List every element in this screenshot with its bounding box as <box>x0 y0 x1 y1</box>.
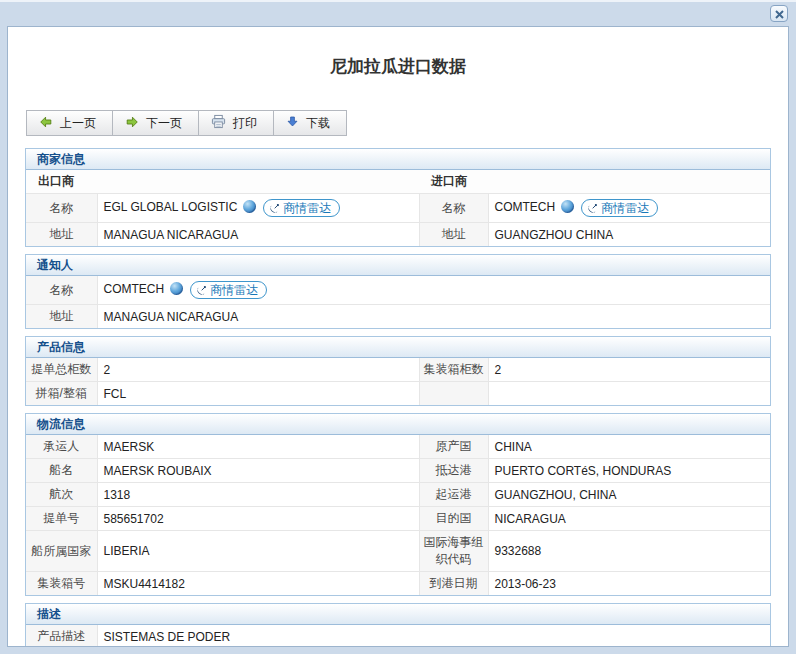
close-icon <box>775 5 784 23</box>
description-table: 产品描述 SISTEMAS DE PODER <box>26 625 770 647</box>
field-label: 提单总柜数 <box>26 358 97 382</box>
field-label: 国际海事组织代码 <box>419 531 488 572</box>
field-label: 地址 <box>26 223 97 247</box>
field-label: 名称 <box>419 194 488 223</box>
importer-name: COMTECH <box>495 200 556 214</box>
field-label: 集装箱号 <box>26 572 97 596</box>
field-value: MSKU4414182 <box>97 572 419 596</box>
section-logistics: 物流信息 承运人 MAERSK 原产国 CHINA 船名 MAERSK ROUB… <box>25 413 771 596</box>
radar-badge-link[interactable]: 商情雷达 <box>581 199 658 217</box>
section-description: 描述 产品描述 SISTEMAS DE PODER <box>25 603 771 647</box>
prev-page-label: 上一页 <box>60 115 96 132</box>
section-merchant-title: 商家信息 <box>26 149 770 170</box>
importer-header: 进口商 <box>419 170 770 194</box>
exporter-name: EGL GLOBAL LOGISTIC <box>104 200 238 214</box>
download-button[interactable]: 下载 <box>273 110 347 136</box>
importer-address: GUANGZHOU CHINA <box>488 223 770 247</box>
radar-badge-label: 商情雷达 <box>210 282 258 299</box>
dialog-panel: 尼加拉瓜进口数据 上一页 下一页 打印 <box>7 26 789 647</box>
field-label: 起运港 <box>419 483 488 507</box>
section-product-title: 产品信息 <box>26 337 770 358</box>
next-page-button[interactable]: 下一页 <box>112 110 199 136</box>
field-label: 承运人 <box>26 435 97 459</box>
product-description-value: SISTEMAS DE PODER <box>97 625 770 647</box>
field-label: 地址 <box>26 305 97 329</box>
globe-icon[interactable] <box>561 200 574 213</box>
radar-badge-label: 商情雷达 <box>283 200 331 217</box>
prev-page-button[interactable]: 上一页 <box>26 110 113 136</box>
print-button[interactable]: 打印 <box>198 110 274 136</box>
close-button[interactable] <box>770 5 788 22</box>
section-notify: 通知人 名称 COMTECH商情雷达 地址 MANAGUA NICARAGUA <box>25 254 771 329</box>
field-value: CHINA <box>488 435 770 459</box>
field-value: 9332688 <box>488 531 770 572</box>
field-label: 原产国 <box>419 435 488 459</box>
section-merchant: 商家信息 出口商 进口商 名称 EGL GLOBAL LOGISTIC商情雷达 … <box>25 148 771 247</box>
satellite-dish-icon <box>196 285 207 296</box>
next-page-label: 下一页 <box>146 115 182 132</box>
field-value: 2 <box>488 358 770 382</box>
section-logistics-title: 物流信息 <box>26 414 770 435</box>
notify-name-cell: COMTECH商情雷达 <box>97 276 770 305</box>
field-label: 产品描述 <box>26 625 97 647</box>
notify-table: 名称 COMTECH商情雷达 地址 MANAGUA NICARAGUA <box>26 276 770 328</box>
logistics-table: 承运人 MAERSK 原产国 CHINA 船名 MAERSK ROUBAIX 抵… <box>26 435 770 595</box>
field-value: FCL <box>97 382 419 406</box>
field-value: PUERTO CORTéS, HONDURAS <box>488 459 770 483</box>
field-label <box>419 382 488 406</box>
arrow-left-icon <box>39 115 53 132</box>
field-value: LIBERIA <box>97 531 419 572</box>
section-description-title: 描述 <box>26 604 770 625</box>
page-title: 尼加拉瓜进口数据 <box>8 57 788 77</box>
field-value: 2 <box>97 358 419 382</box>
field-value <box>488 382 770 406</box>
field-value: 1318 <box>97 483 419 507</box>
toolbar: 上一页 下一页 打印 下载 <box>26 110 347 136</box>
section-product: 产品信息 提单总柜数 2 集装箱柜数 2 拼箱/整箱 FCL <box>25 336 771 406</box>
exporter-header: 出口商 <box>26 170 419 194</box>
notify-name: COMTECH <box>104 282 165 296</box>
field-value: GUANGZHOU, CHINA <box>488 483 770 507</box>
field-value: 2013-06-23 <box>488 572 770 596</box>
field-label: 抵达港 <box>419 459 488 483</box>
field-value: MAERSK ROUBAIX <box>97 459 419 483</box>
print-label: 打印 <box>233 115 257 132</box>
field-label: 航次 <box>26 483 97 507</box>
satellite-dish-icon <box>269 203 280 214</box>
radar-badge-label: 商情雷达 <box>601 200 649 217</box>
globe-icon[interactable] <box>243 200 256 213</box>
field-label: 名称 <box>26 276 97 305</box>
importer-name-cell: COMTECH商情雷达 <box>488 194 770 223</box>
merchant-table: 出口商 进口商 名称 EGL GLOBAL LOGISTIC商情雷达 名称 CO… <box>26 170 770 246</box>
printer-icon <box>211 114 226 132</box>
download-label: 下载 <box>306 115 330 132</box>
section-notify-title: 通知人 <box>26 255 770 276</box>
globe-icon[interactable] <box>170 282 183 295</box>
arrow-down-icon <box>286 115 299 131</box>
satellite-dish-icon <box>587 203 598 214</box>
field-label: 集装箱柜数 <box>419 358 488 382</box>
product-table: 提单总柜数 2 集装箱柜数 2 拼箱/整箱 FCL <box>26 358 770 405</box>
field-label: 地址 <box>419 223 488 247</box>
radar-badge-link[interactable]: 商情雷达 <box>263 199 340 217</box>
field-label: 船名 <box>26 459 97 483</box>
radar-badge-link[interactable]: 商情雷达 <box>190 281 267 299</box>
window-chrome-highlight <box>0 0 796 2</box>
field-value: MAERSK <box>97 435 419 459</box>
field-label: 拼箱/整箱 <box>26 382 97 406</box>
field-value: NICARAGUA <box>488 507 770 531</box>
exporter-address: MANAGUA NICARAGUA <box>97 223 419 247</box>
arrow-right-icon <box>125 115 139 132</box>
field-label: 船所属国家 <box>26 531 97 572</box>
field-label: 到港日期 <box>419 572 488 596</box>
field-label: 提单号 <box>26 507 97 531</box>
field-value: 585651702 <box>97 507 419 531</box>
page: { "title": "尼加拉瓜进口数据", "toolbar": { "pre… <box>0 0 796 654</box>
exporter-name-cell: EGL GLOBAL LOGISTIC商情雷达 <box>97 194 419 223</box>
notify-address: MANAGUA NICARAGUA <box>97 305 770 329</box>
field-label: 目的国 <box>419 507 488 531</box>
field-label: 名称 <box>26 194 97 223</box>
